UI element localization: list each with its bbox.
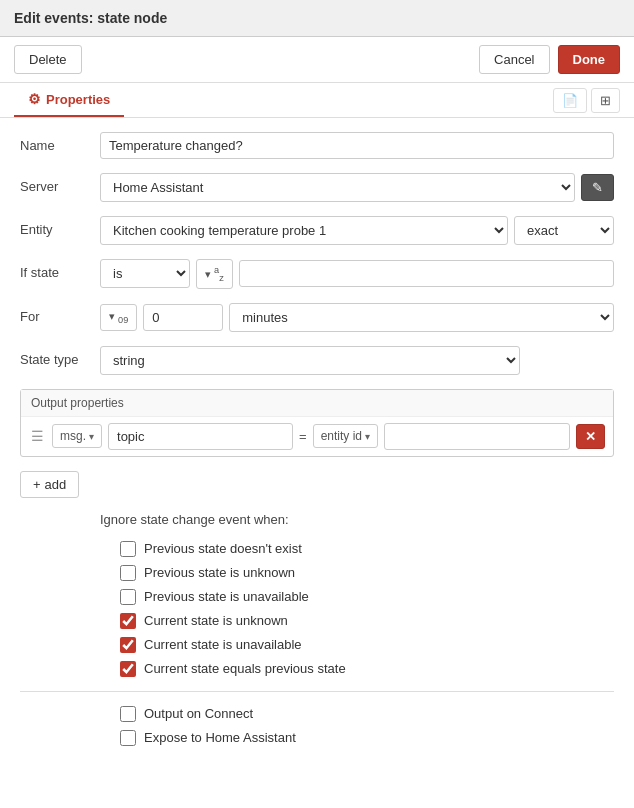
val-input[interactable] xyxy=(384,423,570,450)
prop-name-input[interactable] xyxy=(108,423,293,450)
checkbox-label-1: Previous state is unknown xyxy=(144,565,295,580)
title-bar: Edit events: state node xyxy=(0,0,634,37)
checkbox-label-4: Current state is unavailable xyxy=(144,637,302,652)
entity-field: Kitchen cooking temperature probe 1 exac… xyxy=(100,216,614,245)
server-row: Server Home Assistant ✎ xyxy=(20,173,614,202)
add-label: add xyxy=(45,477,67,492)
toolbar: Delete Cancel Done xyxy=(0,37,634,83)
az-type-button[interactable]: ▾ az xyxy=(196,259,233,289)
if-state-row: If state is is not changes changes to ▾ … xyxy=(20,259,614,289)
ignore-title: Ignore state change event when: xyxy=(100,512,614,527)
checkbox-row-3: Current state is unknown xyxy=(20,613,614,629)
cancel-button[interactable]: Cancel xyxy=(479,45,549,74)
for-row: For ▾ 09 milliseconds seconds minutes ho… xyxy=(20,303,614,332)
checkbox-label-0: Previous state doesn't exist xyxy=(144,541,302,556)
checkbox-4[interactable] xyxy=(120,637,136,653)
checkbox-row-1: Previous state is unknown xyxy=(20,565,614,581)
ignore-section: Ignore state change event when: Previous… xyxy=(20,512,614,677)
add-icon: + xyxy=(33,477,41,492)
title-text: Edit events: state node xyxy=(14,10,167,26)
extra-section: Output on Connect Expose to Home Assista… xyxy=(20,706,614,746)
extra-checkbox-0[interactable] xyxy=(120,706,136,722)
toolbar-right: Cancel Done xyxy=(479,45,620,74)
az-icon: ▾ az xyxy=(205,265,224,283)
checkbox-5[interactable] xyxy=(120,661,136,677)
val-type-label: entity id xyxy=(321,429,362,443)
remove-output-row-button[interactable]: ✕ xyxy=(576,424,605,449)
state-type-label: State type xyxy=(20,346,100,367)
name-input[interactable] xyxy=(100,132,614,159)
checkbox-row-2: Previous state is unavailable xyxy=(20,589,614,605)
checkbox-3[interactable] xyxy=(120,613,136,629)
ignore-spacer xyxy=(20,512,100,518)
if-state-field: is is not changes changes to ▾ az xyxy=(100,259,614,289)
doc-icon: 📄 xyxy=(562,93,578,108)
checkbox-label-5: Current state equals previous state xyxy=(144,661,346,676)
tabs-right-icons: 📄 ⊞ xyxy=(553,88,620,113)
checkbox-0[interactable] xyxy=(120,541,136,557)
server-label: Server xyxy=(20,173,100,194)
prop-type-label: msg. xyxy=(60,429,86,443)
delete-button[interactable]: Delete xyxy=(14,45,82,74)
output-props-section: Output properties ☰ msg. ▾ = entity id ▾… xyxy=(20,389,614,457)
layout-icon: ⊞ xyxy=(600,93,611,108)
server-field: Home Assistant ✎ xyxy=(100,173,614,202)
state-type-select[interactable]: string number boolean xyxy=(100,346,520,375)
output-props-row: ☰ msg. ▾ = entity id ▾ ✕ xyxy=(21,417,613,456)
for-input[interactable] xyxy=(143,304,223,331)
tabs-bar: ⚙ Name Properties 📄 ⊞ xyxy=(0,83,634,118)
state-type-row: State type string number boolean xyxy=(20,346,614,375)
entity-label: Entity xyxy=(20,216,100,237)
done-button[interactable]: Done xyxy=(558,45,621,74)
checkbox-row-0: Previous state doesn't exist xyxy=(20,541,614,557)
checkbox-label-3: Current state is unknown xyxy=(144,613,288,628)
for-label: For xyxy=(20,303,100,324)
tab-properties-text: Properties xyxy=(46,92,110,107)
num-icon: ▾ 09 xyxy=(109,310,128,325)
edit-server-button[interactable]: ✎ xyxy=(581,174,614,201)
section-divider xyxy=(20,691,614,692)
entity-select[interactable]: Kitchen cooking temperature probe 1 xyxy=(100,216,508,245)
gear-icon: ⚙ xyxy=(28,91,41,107)
ignore-title-row: Ignore state change event when: xyxy=(20,512,614,527)
val-type-chevron: ▾ xyxy=(365,431,370,442)
drag-handle-icon[interactable]: ☰ xyxy=(29,426,46,446)
output-props-title: Output properties xyxy=(21,390,613,417)
add-button[interactable]: + add xyxy=(20,471,79,498)
extra-checkbox-label-1: Expose to Home Assistant xyxy=(144,730,296,745)
checkbox-row-4: Current state is unavailable xyxy=(20,637,614,653)
layout-icon-button[interactable]: ⊞ xyxy=(591,88,620,113)
extra-checkbox-1[interactable] xyxy=(120,730,136,746)
for-field: ▾ 09 milliseconds seconds minutes hours … xyxy=(100,303,614,332)
prop-type-button[interactable]: msg. ▾ xyxy=(52,424,102,448)
minutes-select[interactable]: milliseconds seconds minutes hours days xyxy=(229,303,614,332)
extra-checkbox-row-0: Output on Connect xyxy=(20,706,614,722)
if-state-label: If state xyxy=(20,259,100,280)
entity-row: Entity Kitchen cooking temperature probe… xyxy=(20,216,614,245)
is-select[interactable]: is is not changes changes to xyxy=(100,259,190,288)
checkbox-row-5: Current state equals previous state xyxy=(20,661,614,677)
equals-sign: = xyxy=(299,429,307,444)
name-row: Name xyxy=(20,132,614,159)
extra-checkbox-row-1: Expose to Home Assistant xyxy=(20,730,614,746)
name-label: Name xyxy=(20,132,100,153)
val-type-button[interactable]: entity id ▾ xyxy=(313,424,378,448)
checkbox-2[interactable] xyxy=(120,589,136,605)
extra-checkbox-label-0: Output on Connect xyxy=(144,706,253,721)
doc-icon-button[interactable]: 📄 xyxy=(553,88,587,113)
server-select[interactable]: Home Assistant xyxy=(100,173,575,202)
exact-select[interactable]: exact substring regex xyxy=(514,216,614,245)
tab-properties[interactable]: ⚙ Name Properties xyxy=(14,83,124,117)
checkbox-1[interactable] xyxy=(120,565,136,581)
prop-type-chevron: ▾ xyxy=(89,431,94,442)
num-type-button[interactable]: ▾ 09 xyxy=(100,304,137,331)
checkbox-label-2: Previous state is unavailable xyxy=(144,589,309,604)
if-state-input[interactable] xyxy=(239,260,614,287)
form-body: Name Server Home Assistant ✎ Entity Kitc… xyxy=(0,118,634,768)
name-field xyxy=(100,132,614,159)
state-type-field: string number boolean xyxy=(100,346,614,375)
